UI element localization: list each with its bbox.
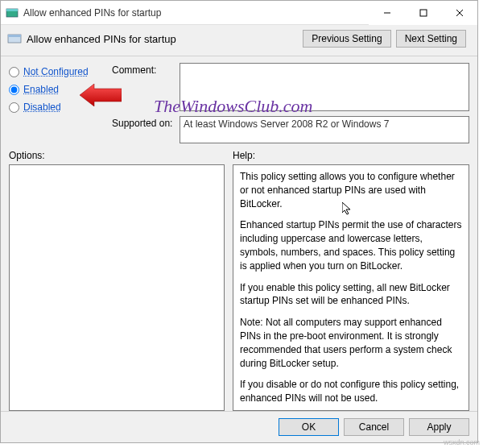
help-p4: Note: Not all computers may support enha… — [240, 316, 462, 370]
help-p2: Enhanced startup PINs permit the use of … — [240, 218, 462, 272]
titlebar: Allow enhanced PINs for startup — [1, 1, 477, 25]
radio-disabled[interactable]: Disabled — [9, 102, 105, 113]
ok-button[interactable]: OK — [279, 418, 339, 436]
policy-editor-window: Allow enhanced PINs for startup Allow en… — [0, 0, 478, 443]
radio-not-configured-label[interactable]: Not Configured — [23, 66, 89, 77]
state-radio-group: Not Configured Enabled Disabled — [9, 63, 105, 143]
radio-enabled-input[interactable] — [9, 85, 19, 95]
maximize-button[interactable] — [405, 1, 441, 25]
comment-row: Comment: — [112, 63, 469, 111]
svg-rect-1 — [6, 9, 18, 11]
supported-on-text — [180, 116, 469, 143]
policy-icon — [7, 33, 22, 44]
header: Allow enhanced PINs for startup Previous… — [1, 25, 477, 52]
apply-button[interactable]: Apply — [409, 418, 469, 436]
supported-label: Supported on: — [112, 116, 175, 143]
help-text: This policy setting allows you to config… — [233, 165, 469, 411]
footer: OK Cancel Apply — [1, 411, 477, 442]
radio-not-configured[interactable]: Not Configured — [9, 66, 105, 77]
comment-label: Comment: — [112, 63, 175, 111]
fields: Comment: Supported on: — [112, 63, 469, 143]
radio-not-configured-input[interactable] — [9, 67, 19, 77]
help-p1: This policy setting allows you to config… — [240, 170, 462, 210]
radio-disabled-input[interactable] — [9, 102, 19, 113]
help-label: Help: — [233, 148, 469, 164]
nav-buttons: Previous Setting Next Setting — [303, 30, 466, 48]
close-button[interactable] — [441, 1, 477, 25]
help-p5: If you disable or do not configure this … — [240, 378, 462, 405]
next-setting-button[interactable]: Next Setting — [396, 30, 466, 48]
svg-rect-3 — [420, 10, 427, 16]
minimize-button[interactable] — [369, 1, 405, 25]
svg-rect-7 — [8, 35, 21, 37]
radio-enabled[interactable]: Enabled — [9, 84, 105, 95]
options-label: Options: — [9, 148, 225, 164]
divider — [1, 56, 477, 56]
middle-section: Options: Help: This policy setting allow… — [1, 143, 477, 411]
policy-title: Allow enhanced PINs for startup — [27, 33, 298, 45]
window-title: Allow enhanced PINs for startup — [23, 7, 369, 19]
previous-setting-button[interactable]: Previous Setting — [303, 30, 390, 48]
radio-enabled-label[interactable]: Enabled — [23, 84, 59, 95]
radio-disabled-label[interactable]: Disabled — [23, 102, 61, 113]
supported-row: Supported on: — [112, 116, 469, 143]
help-column: Help: This policy setting allows you to … — [233, 148, 469, 411]
app-icon — [6, 6, 19, 19]
help-panel[interactable]: This policy setting allows you to config… — [233, 164, 469, 411]
cancel-button[interactable]: Cancel — [344, 418, 404, 436]
config-section: Not Configured Enabled Disabled Comment:… — [1, 63, 477, 143]
comment-input[interactable] — [180, 63, 469, 111]
options-panel[interactable] — [9, 164, 225, 411]
options-column: Options: — [9, 148, 225, 411]
help-p3: If you enable this policy setting, all n… — [240, 281, 462, 309]
